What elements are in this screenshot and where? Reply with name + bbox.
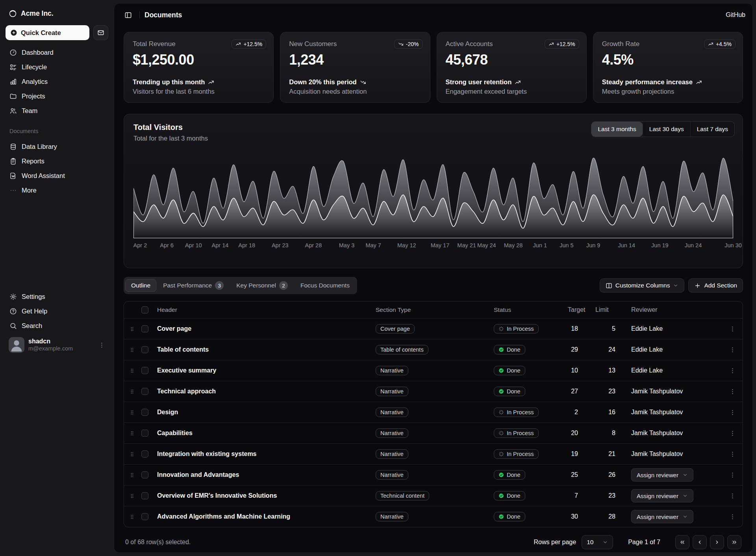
sidebar-item-analytics[interactable]: Analytics — [6, 75, 108, 89]
row-header-link[interactable]: Capabilities — [157, 430, 376, 437]
drag-handle[interactable] — [124, 430, 140, 436]
quick-create-button[interactable]: Quick Create — [6, 25, 89, 40]
sidebar-item-get-help[interactable]: Get Help — [6, 304, 108, 318]
customize-columns-button[interactable]: Customize Columns — [600, 278, 685, 293]
row-checkbox[interactable] — [141, 388, 148, 395]
drag-handle[interactable] — [124, 514, 140, 520]
row-actions-button[interactable] — [726, 323, 738, 335]
row-header-link[interactable]: Design — [157, 409, 376, 416]
row-header-link[interactable]: Innovation and Advantages — [157, 471, 376, 478]
row-actions-button[interactable] — [726, 427, 738, 439]
row-header-link[interactable]: Cover page — [157, 325, 376, 332]
row-checkbox[interactable] — [141, 492, 148, 499]
row-actions-button[interactable] — [726, 406, 738, 418]
row-actions-button[interactable] — [726, 469, 738, 481]
sidebar-item-search[interactable]: Search — [6, 319, 108, 333]
sidebar-item-team[interactable]: Team — [6, 104, 108, 118]
target-value[interactable]: 18 — [553, 325, 588, 332]
limit-value[interactable]: 23 — [588, 388, 626, 395]
drag-handle[interactable] — [124, 410, 140, 415]
row-checkbox[interactable] — [141, 471, 148, 478]
target-value[interactable]: 25 — [553, 471, 588, 478]
range-button-last-3-months[interactable]: Last 3 months — [591, 122, 642, 137]
target-value[interactable]: 20 — [553, 430, 588, 437]
sidebar-item-reports[interactable]: Reports — [6, 154, 108, 168]
inbox-button[interactable] — [93, 25, 108, 40]
drag-handle[interactable] — [124, 368, 140, 374]
drag-handle[interactable] — [124, 472, 140, 478]
previous-page-button[interactable] — [693, 535, 707, 549]
limit-value[interactable]: 26 — [588, 471, 626, 478]
limit-value[interactable]: 24 — [588, 346, 626, 353]
drag-handle[interactable] — [124, 347, 140, 353]
target-value[interactable]: 30 — [553, 513, 588, 520]
limit-value[interactable]: 13 — [588, 367, 626, 374]
row-checkbox[interactable] — [141, 450, 148, 458]
sidebar-item-label: Word Assistant — [22, 172, 65, 180]
limit-value[interactable]: 21 — [588, 450, 626, 458]
target-value[interactable]: 2 — [553, 409, 588, 416]
next-page-button[interactable] — [710, 535, 724, 549]
row-header-link[interactable]: Advanced Algorithms and Machine Learning — [157, 513, 376, 520]
sidebar-item-lifecycle[interactable]: Lifecycle — [6, 60, 108, 74]
row-header-link[interactable]: Technical approach — [157, 388, 376, 395]
row-header-link[interactable]: Executive summary — [157, 367, 376, 374]
sidebar-toggle-button[interactable] — [121, 8, 135, 22]
rows-per-page-select[interactable]: 10 — [582, 535, 613, 549]
row-checkbox[interactable] — [141, 409, 148, 416]
user-menu[interactable]: shadcn m@example.com — [6, 335, 108, 355]
row-actions-button[interactable] — [726, 344, 738, 356]
row-checkbox[interactable] — [141, 430, 148, 437]
sidebar-item-word-assistant[interactable]: Word Assistant — [6, 169, 108, 183]
assign-reviewer-select[interactable]: Assign reviewer — [631, 468, 693, 482]
tab-key-personnel[interactable]: Key Personnel2 — [230, 278, 294, 293]
target-value[interactable]: 7 — [553, 492, 588, 499]
target-value[interactable]: 29 — [553, 346, 588, 353]
x-tick-label: Jun 14 — [618, 242, 635, 248]
sidebar-item-more[interactable]: More — [6, 183, 108, 197]
limit-value[interactable]: 5 — [588, 325, 626, 332]
row-header-link[interactable]: Table of contents — [157, 346, 376, 353]
row-actions-button[interactable] — [726, 490, 738, 502]
range-button-last-7-days[interactable]: Last 7 days — [690, 122, 734, 137]
row-header-link[interactable]: Integration with existing systems — [157, 450, 376, 458]
add-section-button[interactable]: Add Section — [688, 278, 743, 293]
drag-handle[interactable] — [124, 389, 140, 395]
row-header-link[interactable]: Overview of EMR's Innovative Solutions — [157, 492, 376, 499]
limit-value[interactable]: 8 — [588, 430, 626, 437]
row-checkbox[interactable] — [141, 513, 148, 520]
target-value[interactable]: 10 — [553, 367, 588, 374]
drag-handle[interactable] — [124, 326, 140, 332]
limit-value[interactable]: 23 — [588, 492, 626, 499]
row-checkbox[interactable] — [141, 367, 148, 374]
sidebar-item-dashboard[interactable]: Dashboard — [6, 46, 108, 59]
assign-reviewer-select[interactable]: Assign reviewer — [631, 489, 693, 502]
sidebar-item-settings[interactable]: Settings — [6, 290, 108, 304]
range-button-last-30-days[interactable]: Last 30 days — [643, 122, 690, 137]
drag-handle[interactable] — [124, 493, 140, 499]
drag-handle[interactable] — [124, 451, 140, 457]
tab-outline[interactable]: Outline — [125, 279, 156, 292]
table-row: CapabilitiesNarrativeIn Process208Jamik … — [124, 423, 743, 443]
github-link[interactable]: GitHub — [726, 11, 745, 19]
limit-value[interactable]: 28 — [588, 513, 626, 520]
sidebar-item-data-library[interactable]: Data Library — [6, 140, 108, 154]
tab-past-performance[interactable]: Past Performance3 — [157, 278, 230, 293]
sidebar-item-projects[interactable]: Projects — [6, 89, 108, 103]
brand[interactable]: Acme Inc. — [6, 5, 108, 22]
select-all-checkbox[interactable] — [141, 306, 148, 313]
row-actions-button[interactable] — [726, 385, 738, 397]
row-actions-button[interactable] — [726, 365, 738, 376]
target-value[interactable]: 27 — [553, 388, 588, 395]
tab-focus-documents[interactable]: Focus Documents — [295, 279, 356, 292]
row-checkbox[interactable] — [141, 346, 148, 353]
assign-reviewer-select[interactable]: Assign reviewer — [631, 510, 693, 523]
row-checkbox[interactable] — [141, 325, 148, 332]
target-value[interactable]: 19 — [553, 450, 588, 458]
row-actions-button[interactable] — [726, 448, 738, 460]
last-page-button[interactable] — [727, 535, 741, 549]
limit-value[interactable]: 16 — [588, 409, 626, 416]
row-actions-button[interactable] — [726, 511, 738, 523]
first-page-button[interactable] — [675, 535, 689, 549]
status-badge: Done — [494, 366, 525, 375]
